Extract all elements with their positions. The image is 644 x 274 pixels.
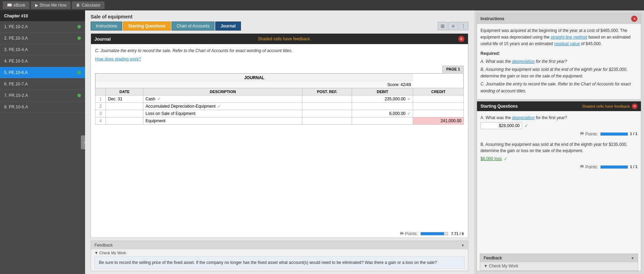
main-layout: Chapter #10 1. PE.10-2.A2. PE.10-3.A3. P… [0,10,644,274]
ebook-icon: 📖 [7,3,12,8]
sidebar-item-7[interactable]: 7. PR.10-2.A [0,90,85,101]
debit-check-3: ✓ [406,111,411,116]
sq-points-a-bar-container [600,132,628,136]
right-panel: Instructions ✕ Equipment was acquired at… [474,10,644,274]
view-column-button[interactable]: ⋮ [459,22,468,30]
content-area: Sale of equipment Instructions Starting … [85,10,474,274]
check-my-work-label[interactable]: ▼ Check My Work [94,251,465,255]
sq-points-a-label: 🏁 Points: [580,131,598,137]
sq-answer-b-row: $6,000 loss ✓ [480,155,637,163]
sq-depreciation-link[interactable]: depreciation [512,115,535,120]
answer-b-value: $6,000 loss [480,156,502,162]
depreciation-link-a[interactable]: depreciation [512,59,535,64]
required-label: Required: [480,50,637,57]
sq-question-b: B. Assuming the equipment was sold at th… [480,141,637,170]
sq-answer-a-row: ✓ [480,122,637,130]
calculator-button[interactable]: 🖩 Calculator [72,1,104,9]
instructions-panel-title: Instructions [480,16,504,21]
table-row: 4Equipment241,000.00 [95,117,464,125]
col-header-date: DATE [106,88,143,96]
req-item-c: C. Journalize the entry to record the sa… [480,81,637,94]
sidebar-item-5[interactable]: 5. PE.10-6.A [0,67,85,78]
col-header-description: DESCRIPTION [143,88,302,96]
table-row: 2Accumulated Depreciation-Equipment ✓ [95,103,464,110]
residual-value-link[interactable]: residual value [554,41,580,46]
row-number-1: 1 [95,96,106,103]
journal-table: JOURNAL Score: 42/49 DATE DESCRIPTION [95,73,464,125]
row-description-4: Equipment [143,117,302,125]
row-date-2 [106,103,143,110]
sq-close-button[interactable]: ✕ [632,103,637,109]
sidebar-item-6[interactable]: 6. PE.10-7.A [0,78,85,90]
page-title: Sale of equipment [85,10,474,22]
straight-line-method-link[interactable]: straight-line method [551,35,587,40]
score-cell: Score: 42/49 [95,82,413,88]
feedback-text: Be sure to record the selling price of t… [94,256,465,269]
row-postref-4 [302,117,352,125]
row-debit-2 [352,103,413,110]
sidebar-item-3[interactable]: 3. PE.10-4.A [0,44,85,56]
journal-close-button[interactable]: ✕ [458,36,465,42]
ebook-button[interactable]: 📖 eBook [3,1,30,9]
points-label: 🏁 Points: [400,231,418,236]
col-header-debit: DEBIT [352,88,413,96]
journal-header: Journal Shaded cells have feedback. ✕ [91,34,468,44]
sq-points-a-row: 🏁 Points: 1 / 1 [480,131,637,137]
row-number-3: 3 [95,110,106,117]
sidebar-item-1[interactable]: 1. PE.10-2.A [0,21,85,33]
journal-points-row: 🏁 Points: 7.71 / 9 [91,229,468,238]
sidebar-item-4[interactable]: 4. PE.10-5.A [0,56,85,67]
tab-starting-questions[interactable]: Starting Questions [123,22,170,31]
status-dot [77,71,81,74]
row-credit-1 [413,96,464,103]
sidebar-item-label: 8. PR.10-6.A [4,105,28,109]
page-info: PAGE 1 [95,66,464,73]
sidebar-item-label: 4. PE.10-5.A [4,59,28,64]
feedback-header[interactable]: Feedback ▼ [91,241,468,249]
sidebar-header: Chapter #10 [0,10,85,21]
sidebar-item-label: 1. PE.10-2.A [4,24,28,29]
status-dot [77,36,81,40]
journal-panel: Journal Shaded cells have feedback. ✕ C.… [91,33,468,238]
row-description-3: Loss on Sale of Equipment [143,110,302,117]
answer-b-checkmark: ✓ [504,155,508,163]
journal-body: C. Journalize the entry to record the sa… [91,44,468,229]
sidebar-item-label: 7. PR.10-2.A [4,93,28,98]
sidebar-collapse-button[interactable]: ‹ [81,135,85,149]
row-credit-3 [413,110,464,117]
view-list-button[interactable]: ≡ [448,22,458,30]
sidebar-item-label: 5. PE.10-6.A [4,70,28,75]
journal-rows: 1Dec. 31Cash ✓235,000.00 ✓2Accumulated D… [95,96,464,125]
debit-check-1: ✓ [406,97,411,101]
sq-points-b-row: 🏁 Points: 1 / 1 [480,164,637,170]
row-postref-2 [302,103,352,110]
row-number-2: 2 [95,103,106,110]
instructions-close-button[interactable]: ✕ [631,16,637,22]
tab-journal[interactable]: Journal [215,22,241,31]
sq-check-my-work-label[interactable]: ▼ Check My Work [484,264,518,268]
show-me-how-button[interactable]: ▶ Show Me How [31,1,70,9]
req-item-b: B. Assuming the equipment was sold at th… [480,66,637,80]
sq-feedback-header[interactable]: Feedback ▼ [480,254,638,262]
sq-body: A. What was the depreciation for the fir… [477,111,641,252]
instructions-body: Equipment was acquired at the beginning … [477,24,641,99]
instructions-panel-header: Instructions ✕ [477,14,641,24]
view-grid-button[interactable]: ⊞ [438,22,448,30]
status-dot [77,94,81,97]
tab-instructions[interactable]: Instructions [91,22,122,31]
sidebar-item-8[interactable]: 8. PR.10-6.A [0,101,85,113]
col-header-num [95,88,106,96]
check-my-work-section: ▼ Check My Work Be sure to record the se… [91,249,468,271]
sq-answer-a-input[interactable] [480,122,522,129]
row-description-2: Accumulated Depreciation-Equipment ✓ [143,103,302,110]
row-date-3 [106,110,143,117]
row-check-1: ✓ [156,97,160,101]
sidebar-item-2[interactable]: 2. PE.10-3.A [0,33,85,44]
how-grading-link[interactable]: How does grading work? [95,57,464,61]
credit-check-desc-2: ✓ [216,104,221,109]
status-dot [77,25,81,28]
tab-chart-of-accounts[interactable]: Chart of Accounts [172,22,215,31]
sq-feedback-msg: Shaded cells have feedback. ✕ [582,103,637,109]
col-header-credit: CREDIT [413,88,464,96]
calculator-icon: 🖩 [76,3,80,8]
